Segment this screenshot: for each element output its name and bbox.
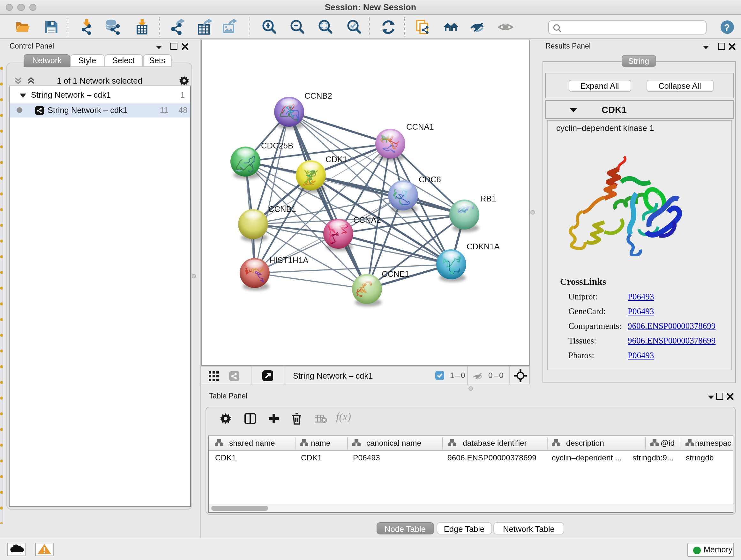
- svg-text:CCNB1: CCNB1: [268, 205, 296, 213]
- svg-text:CCNA1: CCNA1: [406, 122, 434, 131]
- svg-text:CCNE1: CCNE1: [382, 269, 409, 278]
- svg-text:HIST1H1A: HIST1H1A: [269, 256, 309, 265]
- svg-text:CDC6: CDC6: [419, 175, 441, 184]
- svg-text:RB1: RB1: [480, 194, 496, 203]
- svg-text:CDK1: CDK1: [326, 155, 347, 164]
- svg-text:CDKN1A: CDKN1A: [467, 242, 500, 251]
- svg-text:CCNA2: CCNA2: [353, 215, 381, 225]
- svg-text:CCNB2: CCNB2: [305, 91, 332, 100]
- svg-text:CDC25B: CDC25B: [261, 141, 293, 150]
